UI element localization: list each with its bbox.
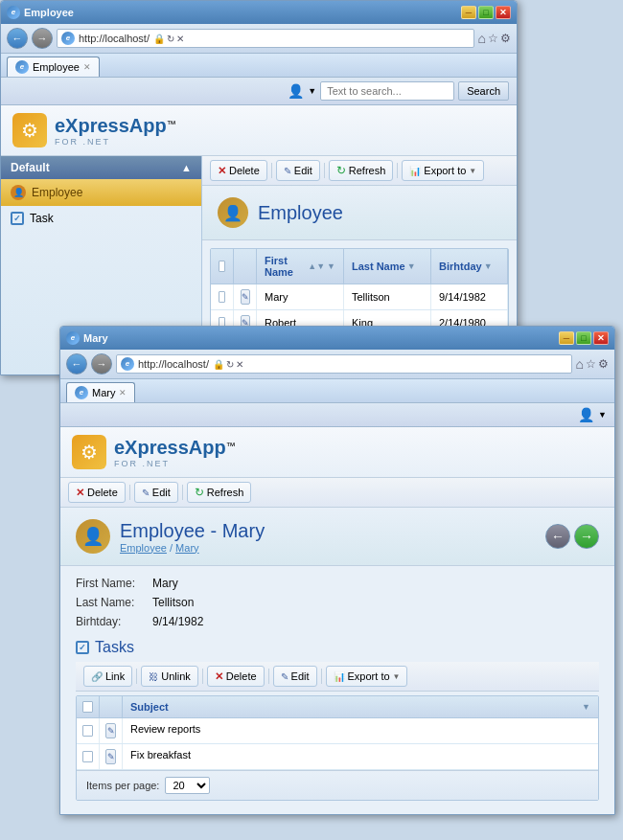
col-first-sort[interactable]: ▲▼ (308, 261, 325, 271)
tab-close-1[interactable]: ✕ (83, 62, 91, 72)
forward-button-2[interactable]: → (91, 353, 112, 375)
stop-icon[interactable]: ✕ (176, 34, 184, 44)
gear-icon[interactable]: ⚙ (500, 32, 511, 45)
home-icon[interactable]: ⌂ (478, 31, 486, 46)
refresh-button-2[interactable]: ↻ Refresh (187, 482, 252, 503)
tasks-header-checkbox[interactable] (82, 701, 93, 713)
export-dropdown-arrow-1: ▼ (469, 167, 476, 175)
title-bar-2: e Mary ─ □ ✕ (60, 327, 614, 350)
refresh-icon-1: ↻ (336, 164, 346, 177)
row1-checkbox[interactable] (219, 291, 225, 303)
app-sup-2: ™ (226, 441, 236, 451)
minimize-button-1[interactable]: ─ (461, 6, 476, 19)
home-icon-2[interactable]: ⌂ (576, 356, 584, 372)
col-last-filter[interactable]: ▼ (407, 261, 416, 271)
forward-button-1[interactable]: → (32, 28, 53, 49)
task-row2-edit-button[interactable]: ✎ (105, 749, 116, 764)
task-row1-edit-button[interactable]: ✎ (105, 723, 116, 738)
star-icon-2[interactable]: ☆ (586, 357, 596, 371)
star-icon[interactable]: ☆ (488, 32, 498, 45)
tasks-col-edit (100, 696, 123, 717)
task-row1-subject: Review reports (123, 718, 598, 743)
last-name-label: Last Name: (76, 596, 152, 609)
task-row1-checkbox[interactable] (82, 725, 93, 737)
window-title-1: Employee (24, 7, 74, 18)
col-edit-1 (234, 249, 257, 284)
tab-mary[interactable]: e Mary ✕ (66, 382, 135, 402)
toolbar-sep-3 (397, 163, 398, 178)
col-birth-1[interactable]: Birhtday ▼ (431, 249, 508, 284)
app-logo-1: ⚙ (12, 113, 47, 148)
tasks-col-subject[interactable]: Subject ▼ (123, 696, 598, 717)
row1-first-name: Mary (265, 291, 288, 303)
export-button-1[interactable]: 📊 Export to ▼ (402, 160, 484, 181)
maximize-button-1[interactable]: □ (478, 6, 494, 19)
sidebar-item-task[interactable]: ✓ Task (1, 206, 201, 231)
sidebar-collapse-icon[interactable]: ▲ (181, 162, 192, 173)
back-button-2[interactable]: ← (66, 353, 87, 375)
tab-employee[interactable]: e Employee ✕ (7, 57, 100, 77)
dropdown-arrow-2[interactable]: ▼ (598, 410, 607, 420)
page-size-select-tasks[interactable]: 20 50 100 (165, 777, 210, 794)
stop-icon-2[interactable]: ✕ (236, 359, 243, 370)
edit-label-tasks: Edit (291, 670, 310, 682)
record-forward-button[interactable]: → (574, 524, 599, 549)
record-back-button[interactable]: ← (545, 524, 570, 549)
address-field-1[interactable]: e http://localhost/ 🔒 ↻ ✕ (57, 29, 474, 48)
breadcrumb-mary-link[interactable]: Mary (175, 542, 198, 554)
edit-button-1[interactable]: ✎ Edit (276, 160, 320, 181)
grid-header-1: First Name ▲▼ ▼ Last Name ▼ Birhtday ▼ (211, 249, 508, 284)
col-birth-filter[interactable]: ▼ (484, 261, 493, 271)
cell-edit-row1: ✎ (234, 284, 257, 309)
delete-button-2[interactable]: ✕ Delete (68, 482, 126, 503)
refresh-icon-addr[interactable]: ↻ (167, 34, 174, 44)
col-first-1[interactable]: First Name ▲▼ ▼ (257, 249, 344, 284)
address-field-2[interactable]: e http://localhost/ 🔒 ↻ ✕ (116, 354, 572, 374)
edit-button-tasks[interactable]: ✎ Edit (273, 666, 317, 687)
first-name-label: First Name: (76, 577, 152, 590)
gear-icon-2[interactable]: ⚙ (598, 357, 609, 371)
delete-button-1[interactable]: ✕ Delete (210, 160, 267, 181)
app-name-text-2: eXpressApp (114, 437, 226, 458)
search-bar-1: 👤 ▼ Search (1, 78, 517, 105)
link-button[interactable]: 🔗 Link (83, 666, 132, 687)
search-button[interactable]: Search (458, 81, 509, 101)
app-subtitle-2: FOR .NET (114, 459, 236, 468)
sidebar-item-task-label: Task (30, 212, 54, 225)
delete-icon-2: ✕ (76, 487, 84, 499)
delete-button-tasks[interactable]: ✕ Delete (207, 666, 265, 687)
close-button-1[interactable]: ✕ (496, 6, 511, 19)
address-ie-icon-1: e (61, 32, 75, 45)
unlink-button[interactable]: ⛓ Unlink (141, 666, 198, 687)
col-last-1[interactable]: Last Name ▼ (344, 249, 431, 284)
sidebar-item-employee[interactable]: 👤 Employee (1, 179, 201, 206)
delete-icon-1: ✕ (218, 165, 226, 177)
window-title-2: Mary (83, 332, 108, 344)
export-button-tasks[interactable]: 📊 Export to ▼ (326, 666, 408, 687)
browser-icon-1: e (7, 6, 20, 19)
tab-close-2[interactable]: ✕ (119, 388, 127, 397)
detail-row-firstname: First Name: Mary (76, 574, 599, 593)
window-body-2: 👤 ▼ ⚙ eXpressApp™ FOR .NET ✕ Delete ✎ (60, 403, 614, 814)
header-checkbox-1[interactable] (219, 261, 225, 272)
minimize-button-2[interactable]: ─ (559, 331, 574, 345)
browser-icon-2: e (66, 331, 80, 345)
app-sup-1: ™ (167, 119, 176, 129)
search-input[interactable] (320, 81, 454, 101)
close-button-2[interactable]: ✕ (593, 331, 609, 345)
edit-button-2[interactable]: ✎ Edit (134, 482, 178, 503)
row1-birthday: 9/14/1982 (439, 291, 486, 303)
maximize-button-2[interactable]: □ (576, 331, 591, 345)
col-first-filter[interactable]: ▼ (327, 261, 335, 271)
tasks-col-filter[interactable]: ▼ (582, 702, 590, 712)
row1-edit-button[interactable]: ✎ (241, 289, 250, 305)
breadcrumb-employee-link[interactable]: Employee (120, 542, 167, 554)
sidebar-header-1: Default ▲ (1, 156, 201, 179)
refresh-button-1[interactable]: ↻ Refresh (329, 160, 394, 181)
dropdown-arrow-search[interactable]: ▼ (308, 86, 316, 96)
task-row2-checkbox[interactable] (82, 751, 93, 762)
back-button-1[interactable]: ← (7, 28, 28, 49)
refresh-icon-addr-2[interactable]: ↻ (226, 359, 234, 370)
tab-icon-1: e (15, 60, 29, 74)
refresh-label-1: Refresh (349, 165, 386, 176)
